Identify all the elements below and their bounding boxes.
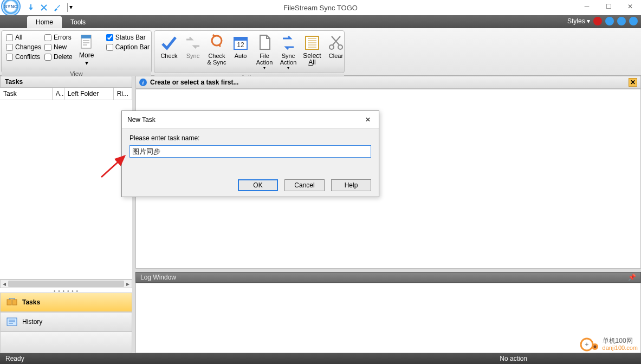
help-button[interactable]: Help xyxy=(331,179,371,191)
nav-spacer xyxy=(0,332,132,353)
info-message: Create or select a task first... xyxy=(150,79,625,86)
svg-point-7 xyxy=(329,45,334,49)
chk-caption-bar[interactable]: Caption Bar xyxy=(105,43,151,51)
svg-rect-1 xyxy=(81,35,91,38)
scroll-thumb[interactable] xyxy=(8,281,124,287)
log-title: Log Window xyxy=(140,274,176,281)
scroll-left-icon[interactable]: ◂ xyxy=(1,280,8,288)
status-bar: Ready No action xyxy=(0,353,641,364)
file-action-button[interactable]: File Action▾ xyxy=(253,33,276,72)
svg-rect-4 xyxy=(234,37,247,41)
chk-delete[interactable]: Delete xyxy=(43,53,74,61)
col-a[interactable]: A.. xyxy=(53,88,64,100)
more-button[interactable]: More▾ xyxy=(75,33,99,68)
dialog-titlebar: New Task ✕ xyxy=(122,111,379,129)
left-pane: Tasks Task A.. Left Folder Ri... ◂ ▸ • •… xyxy=(0,76,135,353)
chk-changes[interactable]: Changes xyxy=(5,43,42,51)
log-pin-icon[interactable]: 📌 xyxy=(628,274,636,281)
select-all-button[interactable]: Select All xyxy=(301,33,323,67)
app-logo-icon: SYNC xyxy=(1,0,21,16)
scissors-icon xyxy=(327,34,345,51)
document-icon xyxy=(78,34,95,51)
nav-tasks[interactable]: Tasks xyxy=(0,292,132,312)
nav-history-label: History xyxy=(22,318,42,326)
chk-all[interactable]: All xyxy=(5,33,42,42)
help-orb-icon[interactable] xyxy=(629,17,638,25)
tab-home[interactable]: Home xyxy=(27,16,62,28)
history-icon xyxy=(6,317,18,327)
svg-text:+: + xyxy=(585,341,588,348)
chk-errors[interactable]: Errors xyxy=(43,33,74,42)
calendar-icon: 12 xyxy=(232,34,249,51)
col-left-folder[interactable]: Left Folder xyxy=(64,88,114,100)
watermark: + 单机100网 danji100.com xyxy=(580,336,638,353)
tasks-icon xyxy=(6,297,18,307)
qat-customize-dropdown[interactable]: ▾ xyxy=(67,3,73,12)
nav-history[interactable]: History xyxy=(0,312,132,332)
splitter-grip[interactable]: • • • • • • xyxy=(0,288,132,292)
clear-button[interactable]: Clear xyxy=(325,33,347,60)
check-icon xyxy=(160,34,178,51)
close-button[interactable]: ✕ xyxy=(619,0,641,13)
check-sync-button[interactable]: Check & Sync xyxy=(205,33,228,67)
home-orb-icon[interactable] xyxy=(605,17,614,25)
log-body xyxy=(135,283,641,353)
ok-button[interactable]: OK xyxy=(238,179,278,191)
qat-brush-icon[interactable] xyxy=(52,3,62,12)
chk-new[interactable]: New xyxy=(43,43,74,51)
maximize-button[interactable]: ☐ xyxy=(598,0,619,13)
horizontal-scrollbar[interactable]: ◂ ▸ xyxy=(0,280,132,288)
nav-tasks-label: Tasks xyxy=(22,298,40,306)
svg-rect-9 xyxy=(7,300,11,305)
sync-button: Sync xyxy=(182,33,204,60)
sync-orb-icon[interactable] xyxy=(617,17,626,25)
chk-conflicts[interactable]: Conflicts xyxy=(5,53,42,61)
task-name-input[interactable] xyxy=(130,145,371,158)
watermark-cn: 单机100网 xyxy=(603,337,638,344)
dialog-prompt: Please enter task name: xyxy=(130,134,371,142)
red-orb-icon[interactable] xyxy=(593,17,602,25)
title-bar: SYNC ▾ FileStream Sync TOGO ─ ☐ ✕ xyxy=(0,0,641,15)
tasks-table: Task A.. Left Folder Ri... xyxy=(0,88,132,280)
auto-button[interactable]: 12Auto xyxy=(229,33,252,60)
new-task-dialog: New Task ✕ Please enter task name: OK Ca… xyxy=(121,110,379,197)
tasks-pane-header: Tasks xyxy=(0,76,132,88)
qat-save-icon[interactable] xyxy=(26,3,36,12)
cancel-button[interactable]: Cancel xyxy=(284,179,325,191)
tab-tools[interactable]: Tools xyxy=(62,16,94,28)
scroll-right-icon[interactable]: ▸ xyxy=(124,280,132,288)
svg-text:12: 12 xyxy=(237,41,244,49)
info-icon: i xyxy=(139,79,147,86)
ribbon-group-action: Check Sync Check & Sync 12Auto File Acti… xyxy=(154,30,345,73)
svg-point-8 xyxy=(338,45,342,49)
sync-arrows-icon xyxy=(184,34,202,51)
col-task[interactable]: Task xyxy=(0,88,53,100)
chk-status-bar[interactable]: Status Bar xyxy=(105,33,151,42)
minimize-button[interactable]: ─ xyxy=(576,0,598,13)
watermark-logo-icon: + xyxy=(580,336,600,353)
menu-bar: Home Tools Styles ▾ xyxy=(0,15,641,28)
styles-dropdown[interactable]: Styles ▾ xyxy=(567,17,590,25)
info-close-button[interactable]: ✕ xyxy=(629,78,637,87)
dialog-title: New Task xyxy=(127,116,156,123)
check-sync-icon xyxy=(208,34,225,51)
status-left: Ready xyxy=(5,355,24,362)
app-title: FileStream Sync TOGO xyxy=(283,4,358,12)
sync-action-button[interactable]: Sync Action▾ xyxy=(277,33,300,72)
ribbon: All Changes Conflicts Errors New Delete … xyxy=(0,28,641,76)
svg-point-15 xyxy=(593,346,596,348)
select-all-icon xyxy=(303,34,321,51)
dialog-close-button[interactable]: ✕ xyxy=(362,114,373,125)
qat-delete-icon[interactable] xyxy=(39,3,49,12)
svg-point-2 xyxy=(212,36,222,46)
file-icon xyxy=(256,34,273,51)
col-right-folder[interactable]: Ri... xyxy=(114,88,132,100)
sync-action-icon xyxy=(280,34,297,51)
info-bar: i Create or select a task first... ✕ xyxy=(135,76,641,89)
quick-access-toolbar: ▾ xyxy=(26,3,73,12)
ribbon-group-view: All Changes Conflicts Errors New Delete … xyxy=(1,30,152,73)
status-right: No action xyxy=(500,355,527,362)
svg-rect-10 xyxy=(12,300,17,305)
check-button[interactable]: Check xyxy=(158,33,180,60)
watermark-url: danji100.com xyxy=(603,344,638,352)
